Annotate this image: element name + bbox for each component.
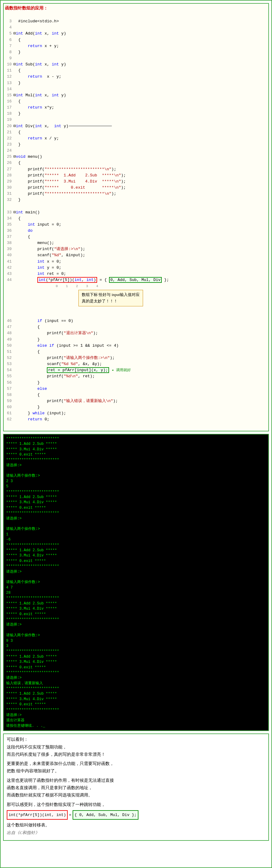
output-line: 1	[6, 532, 266, 537]
output-line: 9 3	[6, 639, 266, 644]
output-line: ***** 0.exit *****	[6, 505, 266, 510]
line-23: 23	[5, 142, 11, 148]
code-title: 函数指针数组的应用：	[5, 5, 267, 11]
output-line: ***** 1.Add 2.Sub *****	[6, 495, 266, 500]
line-48: 48	[5, 330, 11, 336]
line-18: 18	[5, 111, 11, 117]
line-52: 52	[5, 355, 11, 361]
output-line: -6	[6, 537, 266, 542]
output-line: 请选择:>	[6, 675, 266, 681]
annotation-bubble: 数组下标 恰好与 input输入值对应 真的是太妙了！！！	[78, 290, 143, 306]
output-line: ************************	[6, 686, 266, 691]
explanation-para2: 更重要的是，未来需要添加什么功能，只需要写好函数， 把数 组中内容增加就好了。	[7, 760, 265, 775]
output-line: ************************	[6, 670, 266, 675]
output-line: ************************	[6, 436, 266, 441]
output-line: 请选择:>	[6, 569, 266, 575]
output-line: ************************	[6, 649, 266, 654]
output-line	[6, 575, 266, 580]
line-33: 33	[5, 210, 11, 216]
line-56: 56	[5, 380, 11, 386]
output-line: ***** 3.Mui 4.Div *****	[6, 697, 266, 702]
output-line	[6, 521, 266, 526]
line-60: 60	[5, 404, 11, 410]
output-line: ************************	[6, 596, 266, 601]
pfArr-call: ret = pfArr[input](x, y);	[47, 367, 109, 373]
line-26: 26	[5, 160, 11, 166]
line-34: 34	[5, 216, 11, 222]
line-27: 27	[5, 166, 11, 173]
line-9: 9	[5, 55, 11, 61]
line-33a	[5, 203, 11, 209]
output-section: ************************ ***** 1.Add 2.S…	[3, 434, 269, 731]
eq-equals: =	[69, 811, 71, 818]
line-44: 44	[5, 277, 11, 283]
book-reference: 出自《C和指针》	[7, 830, 39, 835]
line-38: 38	[5, 240, 11, 246]
output-line	[6, 628, 266, 633]
line-14: 14	[5, 86, 11, 92]
line-13: 13	[5, 80, 11, 86]
line-6: 6	[5, 37, 11, 43]
line-61: 61	[5, 410, 11, 416]
output-line: 3	[6, 644, 266, 649]
code-area-2: 46 if (input == 0) 47 { 48 printf("退出计算器…	[5, 312, 267, 429]
line-3: 3	[5, 18, 11, 25]
line-15: 15	[5, 92, 11, 98]
main-container: 函数指针数组的应用： 3 #include<stdio.h> 4 5⊟int A…	[0, 0, 272, 868]
line-46: 46	[5, 318, 11, 324]
line-22: 22	[5, 135, 11, 142]
line-46-spacer	[5, 289, 11, 296]
output-line: ***** 1.Add 2.Sub *****	[6, 691, 266, 696]
line-57: 57	[5, 386, 11, 392]
output-line: 退出计算器	[6, 718, 266, 723]
output-line: ***** 3.Mui 4.Div *****	[6, 606, 266, 612]
output-line: ***** 3.Mui 4.Div *****	[6, 447, 266, 452]
output-line: ***** 1.Add 2.Sub *****	[6, 654, 266, 659]
line-24: 24	[5, 148, 11, 154]
line-59: 59	[5, 398, 11, 404]
output-line: ***** 0.exit *****	[6, 665, 266, 670]
output-line: 请选择:>	[6, 463, 266, 468]
line-40: 40	[5, 252, 11, 258]
output-line	[6, 468, 266, 473]
line-62: 62	[5, 416, 11, 423]
output-line: ***** 0.exit *****	[6, 702, 266, 707]
explanation-section: 可以看到： 这段代码不仅实现了预期功能， 而且代码长度短了很多，真的写的是非常非…	[3, 734, 269, 841]
output-line: ***** 0.exit *****	[6, 612, 266, 617]
line-54: 54	[5, 367, 11, 373]
output-line: 请选择:>	[6, 622, 266, 627]
output-line: ************************	[6, 510, 266, 516]
explanation-para4: 那可以感受到，这个指针数组实现了一种跳转功能，	[7, 801, 265, 808]
line-41: 41	[5, 259, 11, 265]
line-30: 30	[5, 185, 11, 191]
line-51: 51	[5, 349, 11, 355]
output-line: 5	[6, 484, 266, 489]
output-line: ************************	[6, 617, 266, 622]
line-8: 8	[5, 49, 11, 55]
pfArr-decl-inline: int(*pfArr[5])(int, int)	[7, 810, 68, 820]
line-53: 53	[5, 361, 11, 367]
line-35: 35	[5, 222, 11, 228]
output-line: ***** 3.Mui 4.Div *****	[6, 659, 266, 665]
line-47: 47	[5, 324, 11, 330]
output-line: 请输入两个操作数:>	[6, 526, 266, 532]
output-line: ************************	[6, 708, 266, 713]
line-55: 55	[5, 373, 11, 379]
line-11: 11	[5, 68, 11, 74]
line-20: 20	[5, 123, 11, 129]
line-43: 43	[5, 271, 11, 277]
line-42: 42	[5, 265, 11, 271]
explanation-inline: int(*pfArr[5])(int, int) = { 0, Add, Sub…	[7, 810, 265, 820]
output-line: ***** 0.exit *****	[6, 559, 266, 564]
line-16: 16	[5, 98, 11, 104]
output-line: ************************	[6, 543, 266, 548]
output-line: ************************	[6, 457, 266, 463]
line-4: 4	[5, 25, 11, 31]
annotation-text: 数组下标 恰好与 input输入值对应 真的是太妙了！！！	[78, 290, 143, 306]
output-line: 请输入两个操作数:>	[6, 633, 266, 638]
line-58: 58	[5, 392, 11, 398]
output-line: ***** 1.Add 2.Sub *****	[6, 548, 266, 553]
output-line: ************************	[6, 490, 266, 495]
equation-box: int(*pfArr[5])(int, int) = { 0, Add, Sub…	[7, 810, 138, 820]
output-line: 请选择:>	[6, 713, 266, 718]
